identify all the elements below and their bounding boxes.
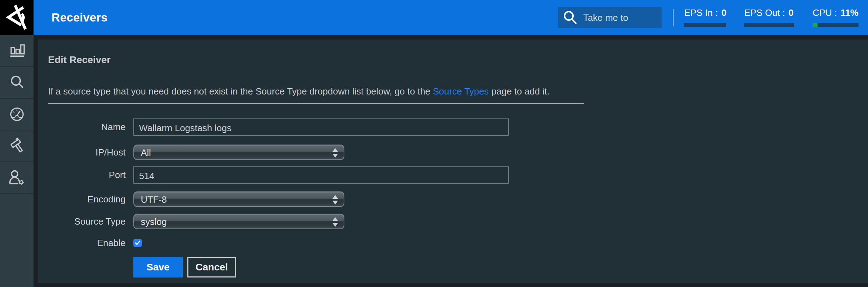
ip-host-select[interactable]: All xyxy=(133,145,344,160)
eps-out-value: 0 xyxy=(789,7,794,18)
eps-in-value: 0 xyxy=(721,7,726,18)
receivers-page: { "topbar": { "title": "Receivers", "sea… xyxy=(0,0,868,287)
dropdown-arrows-icon xyxy=(332,148,338,158)
sidebar-item-configuration[interactable] xyxy=(0,130,34,162)
enable-checkbox[interactable] xyxy=(133,239,142,247)
note-text-before: If a source type that you need does not … xyxy=(48,86,433,97)
eps-out-label: EPS Out : xyxy=(744,7,785,18)
eps-out-stat: EPS Out : 0 xyxy=(744,9,794,27)
page-title: Receivers xyxy=(52,0,108,35)
top-bar: Receivers EPS In : 0 EPS Out xyxy=(0,0,868,35)
cpu-bar xyxy=(813,23,858,27)
search-icon xyxy=(563,10,578,25)
eps-in-stat: EPS In : 0 xyxy=(684,9,726,27)
search-input[interactable] xyxy=(583,12,657,23)
divider-rule xyxy=(48,103,584,104)
name-label: Name xyxy=(38,118,126,136)
source-type-note: If a source type that you need does not … xyxy=(48,86,549,97)
source-type-select[interactable]: syslog xyxy=(133,214,344,229)
dropdown-arrows-icon xyxy=(332,195,338,204)
source-type-selected-value: syslog xyxy=(141,216,332,227)
section-heading: Edit Receiver xyxy=(48,54,110,66)
gavel-icon xyxy=(7,136,27,156)
stats-cluster: EPS In : 0 EPS Out : 0 CPU : xyxy=(684,9,858,27)
edit-receiver-panel: Edit Receiver If a source type that you … xyxy=(38,39,868,283)
source-type-label: Source Type xyxy=(38,214,126,229)
eps-out-bar xyxy=(744,23,794,27)
port-input[interactable] xyxy=(133,166,509,184)
sidebar-item-dashboards[interactable] xyxy=(0,99,34,130)
take-me-to-search[interactable] xyxy=(558,7,662,28)
topbar-right-cluster: EPS In : 0 EPS Out : 0 CPU : xyxy=(558,0,858,35)
sidebar-item-reports[interactable] xyxy=(0,35,34,67)
gauge-icon xyxy=(7,104,27,124)
cpu-value: 11% xyxy=(840,7,858,18)
ip-host-label: IP/Host xyxy=(38,145,126,160)
checkmark-icon xyxy=(135,240,140,245)
app-logo[interactable] xyxy=(0,0,34,35)
cancel-button[interactable]: Cancel xyxy=(187,257,236,277)
eps-in-label: EPS In : xyxy=(684,7,718,18)
sidebar-item-system-admin[interactable] xyxy=(0,162,34,194)
user-gear-icon xyxy=(7,167,27,188)
ip-host-selected-value: All xyxy=(141,147,332,158)
search-nav-icon xyxy=(7,72,27,93)
eps-in-bar xyxy=(684,23,726,27)
arcsight-logo-icon xyxy=(6,4,28,31)
cpu-stat: CPU : 11% xyxy=(813,9,858,27)
port-label: Port xyxy=(38,166,126,184)
sidebar-item-search[interactable] xyxy=(0,67,34,99)
name-input[interactable] xyxy=(133,118,509,136)
encoding-selected-value: UTF-8 xyxy=(141,194,332,205)
save-button[interactable]: Save xyxy=(133,257,183,277)
encoding-select[interactable]: UTF-8 xyxy=(133,191,344,207)
dropdown-arrows-icon xyxy=(332,217,338,227)
source-types-link[interactable]: Source Types xyxy=(433,86,489,97)
topbar-divider xyxy=(673,9,674,26)
encoding-label: Encoding xyxy=(38,191,126,207)
cpu-label: CPU : xyxy=(813,7,837,18)
enable-label: Enable xyxy=(38,238,126,248)
sidebar xyxy=(0,35,34,287)
note-text-after: page to add it. xyxy=(489,86,549,97)
bar-chart-icon xyxy=(7,41,27,61)
